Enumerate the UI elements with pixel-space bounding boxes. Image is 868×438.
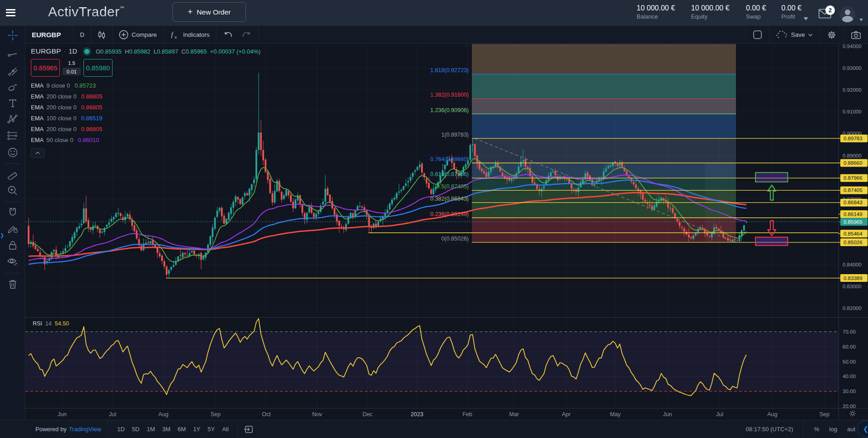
month-label: Jun [58, 411, 67, 418]
avatar[interactable] [839, 6, 855, 22]
drawing-toolbar [0, 26, 25, 420]
ray-price-label[interactable]: 0.87966 [839, 174, 868, 182]
rsi-tick-label: 70.00 [843, 329, 856, 335]
range-button-1m[interactable]: 1M [143, 426, 158, 433]
measure-tool[interactable] [7, 169, 18, 180]
undo-button[interactable] [216, 26, 237, 44]
legend-collapse-button[interactable] [31, 148, 44, 158]
compare-button[interactable]: Compare [113, 26, 163, 44]
drawing-mode-tool[interactable] [7, 223, 18, 234]
go-to-date-icon[interactable] [244, 425, 254, 434]
profit-dropdown-caret[interactable] [804, 17, 808, 20]
menu-icon[interactable] [6, 9, 15, 16]
indicators-button[interactable]: f x Indicators [164, 26, 216, 44]
magnet-tool[interactable] [7, 207, 18, 218]
range-button-all[interactable]: All [218, 426, 232, 433]
indicator-legend-row[interactable]: EMA9 close 00.85723 [31, 80, 264, 91]
ray-price-label[interactable]: 0.86843 [839, 199, 868, 207]
range-button-1d[interactable]: 1D [113, 426, 128, 433]
layout-icon [753, 30, 762, 39]
long_box[interactable] [755, 172, 788, 182]
svg-text:0.85965: 0.85965 [843, 219, 863, 225]
pattern-tool[interactable] [7, 114, 19, 125]
trendline-tool[interactable] [7, 49, 18, 60]
symbol-button[interactable]: EURGBP [25, 26, 73, 44]
gear-icon [827, 30, 836, 39]
activtrader-app: ActivTrader™ + New Order 10 000.00 € Bal… [0, 0, 868, 438]
ray-price-label[interactable]: 0.85464 [839, 230, 868, 237]
ray-price-label[interactable]: 0.88660 [839, 159, 868, 167]
chevron-down-icon [808, 34, 813, 36]
mail-badge: 2 [825, 5, 835, 15]
chart-type-button[interactable] [91, 26, 112, 44]
clock[interactable]: 08:17:50 (UTC+2) [746, 426, 793, 433]
chart-toolbar: EURGBP D Compare f [25, 26, 868, 44]
forecast-tool[interactable] [7, 130, 19, 141]
month-label: Aug [158, 411, 168, 418]
indicator-legend-row[interactable]: EMA200 close 00.86805 [31, 102, 264, 113]
layout-button[interactable] [746, 26, 769, 44]
svg-text:x: x [175, 35, 177, 39]
price-tick-label: 0.92000 [843, 87, 862, 93]
indicator-legend-row[interactable]: EMA200 close 00.86805 [31, 91, 264, 102]
svg-text:0.86843: 0.86843 [843, 200, 863, 205]
object-tree-arrow[interactable]: ❯ [0, 232, 4, 238]
svg-text:f: f [171, 31, 174, 38]
legend-symbol[interactable]: EURGBP [31, 47, 61, 55]
indicator-legend-row[interactable]: EMA200 close 00.86805 [31, 123, 264, 134]
fib-level-label: 0.236(0.86149) [430, 211, 469, 217]
fib-level-label: 0.382(0.86843) [430, 196, 469, 202]
text-tool[interactable] [8, 98, 18, 108]
percent-scale-button[interactable]: % [814, 426, 819, 433]
crosshair-tool[interactable] [7, 30, 19, 41]
date-range-buttons: 1D5D1M3M6M1Y5YAll [113, 426, 232, 433]
redo-button[interactable] [237, 26, 258, 44]
range-button-5d[interactable]: 5D [128, 426, 143, 433]
brush-tool[interactable] [7, 82, 18, 93]
price-tick-label: 0.82000 [843, 305, 862, 311]
emoji-tool[interactable] [7, 148, 18, 158]
rsi-legend: RSI1454.50 [33, 320, 69, 327]
range-button-5y[interactable]: 5Y [204, 426, 219, 433]
month-label: Oct [262, 411, 271, 418]
fib-band [472, 202, 736, 217]
rsi-tick-label: 20.00 [843, 404, 856, 409]
lock-tool[interactable] [8, 240, 18, 250]
buy-price-button[interactable]: 0.85980 [83, 59, 113, 77]
new-order-button[interactable]: + New Order [172, 2, 246, 22]
range-button-1y[interactable]: 1Y [190, 426, 204, 433]
indicator-legend-row[interactable]: EMA100 close 00.86519 [31, 113, 264, 123]
fib-level-label: 1(0.89783) [441, 132, 469, 138]
interval-button[interactable]: D [74, 26, 91, 44]
range-button-6m[interactable]: 6M [174, 426, 190, 433]
tradingview-link[interactable]: TradingView [69, 426, 102, 433]
price-tick-label: 0.94000 [843, 44, 862, 49]
short_box[interactable] [755, 237, 788, 246]
rsi-tick-label: 60.00 [843, 344, 856, 349]
avatar-dropdown-caret[interactable] [859, 19, 863, 21]
price-tick-label: 0.84000 [843, 262, 862, 267]
cloud-save-button[interactable]: Save [770, 26, 819, 44]
market-status-dot[interactable] [84, 49, 89, 54]
screenshot-button[interactable] [844, 26, 868, 44]
ray-price-label[interactable]: 0.89783 [839, 134, 868, 142]
ray-price-label[interactable]: 0.83389 [839, 274, 868, 282]
chart-settings-button[interactable] [820, 26, 843, 44]
fib-level-label: 1.382(0.91600) [430, 92, 469, 98]
sell-price-button[interactable]: 0.85965 [31, 59, 60, 77]
fib-tool[interactable] [7, 66, 18, 77]
indicator-legend-row[interactable]: EMA50 close 00.86010 [31, 134, 264, 145]
legend-change: +0.00037 (+0.04%) [210, 48, 260, 55]
fib-band [472, 190, 736, 202]
log-scale-button[interactable]: log [829, 426, 837, 433]
auto-scale-button[interactable]: aut [847, 426, 855, 433]
remove-drawings-tool[interactable] [8, 279, 18, 290]
zoom-tool[interactable] [7, 185, 18, 196]
current-price-label[interactable]: 0.85965 [839, 218, 868, 226]
range-button-3m[interactable]: 3M [159, 426, 174, 433]
ray-price-label[interactable]: 0.86149 [839, 210, 868, 218]
hide-drawings-tool[interactable] [7, 256, 19, 267]
ray-price-label[interactable]: 0.85026 [839, 238, 868, 246]
ray-price-label[interactable]: 0.87405 [839, 187, 868, 194]
fib-band [472, 44, 736, 74]
